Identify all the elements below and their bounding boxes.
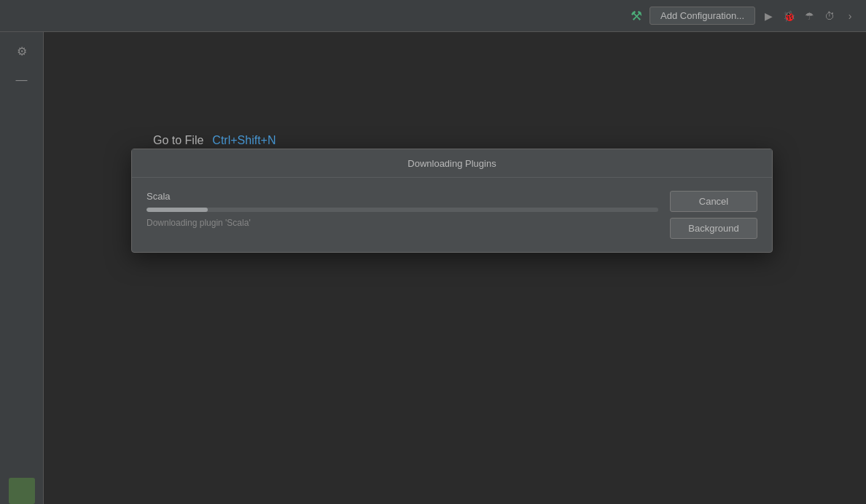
goto-file-item[interactable]: Go to File Ctrl+Shift+N (153, 134, 290, 147)
profile-icon[interactable]: ⏱ (822, 9, 837, 23)
progress-bar-container (147, 208, 658, 212)
add-configuration-button[interactable]: Add Configuration... (650, 7, 755, 25)
goto-file-shortcut: Ctrl+Shift+N (212, 134, 276, 147)
coverage-icon[interactable]: ☂ (802, 9, 816, 23)
gear-icon[interactable]: ⚙ (9, 38, 35, 64)
status-text: Downloading plugin 'Scala' (147, 218, 658, 228)
run-icon[interactable]: ▶ (761, 9, 776, 23)
toolbar: ⚒ Add Configuration... ▶ 🐞 ☂ ⏱ › (0, 0, 866, 32)
downloading-plugins-dialog: Downloading Plugins Scala Downloading pl… (131, 149, 773, 253)
main-content: Go to File Ctrl+Shift+N Recent Files Ctr… (44, 32, 866, 504)
progress-bar-fill (147, 208, 208, 212)
hammer-icon[interactable]: ⚒ (629, 9, 644, 23)
debug-icon[interactable]: 🐞 (781, 9, 796, 23)
dialog-buttons: Cancel Background (670, 191, 757, 239)
dialog-title-bar: Downloading Plugins (132, 149, 772, 178)
dialog-body: Scala Downloading plugin 'Scala' Cancel … (132, 178, 772, 252)
more-icon[interactable]: › (843, 9, 857, 23)
dialog-left: Scala Downloading plugin 'Scala' (147, 191, 658, 228)
sidebar-active-item[interactable] (9, 478, 35, 504)
left-sidebar: ⚙ — (0, 32, 44, 504)
dialog-title: Downloading Plugins (407, 158, 496, 169)
plugin-name: Scala (147, 191, 658, 202)
minus-icon[interactable]: — (9, 67, 35, 93)
cancel-button[interactable]: Cancel (670, 191, 757, 212)
goto-file-label: Go to File (153, 134, 203, 147)
background-button[interactable]: Background (670, 218, 757, 239)
